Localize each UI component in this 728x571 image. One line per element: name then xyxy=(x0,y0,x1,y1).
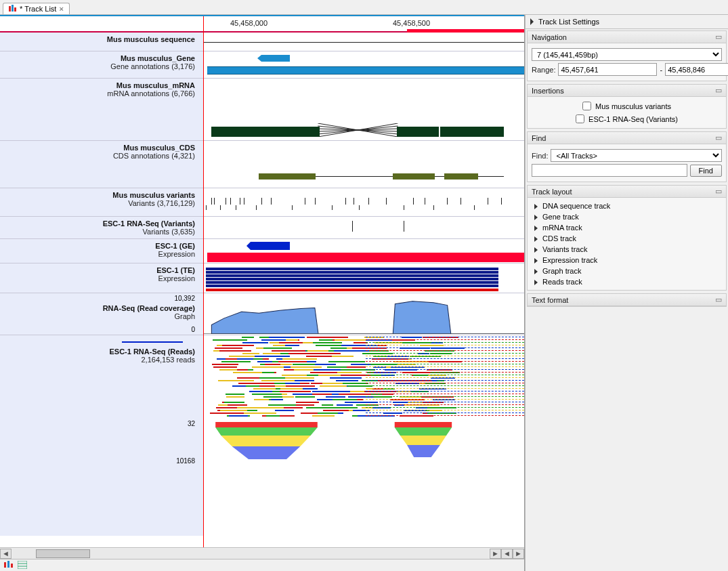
track-reads[interactable] xyxy=(203,335,524,536)
range-from-input[interactable] xyxy=(558,63,657,76)
track-label[interactable]: Mus musculus sequence xyxy=(0,33,203,51)
ruler-tick: 45,458,500 xyxy=(393,19,430,27)
svg-rect-12 xyxy=(11,564,13,568)
layout-item[interactable]: Gene track xyxy=(532,211,722,222)
find-input[interactable] xyxy=(532,164,687,177)
scroll-left-step-icon[interactable]: ◄ xyxy=(501,549,513,559)
track-variants[interactable] xyxy=(203,188,524,217)
track-label[interactable]: ESC-1 (TE) Expression xyxy=(0,263,203,293)
scroll-left-icon[interactable]: ◄ xyxy=(0,549,12,559)
gene-bar xyxy=(207,66,524,75)
panel-text-format: Text format ▭ xyxy=(527,293,727,307)
svg-rect-13 xyxy=(18,561,27,569)
horizontal-scrollbar[interactable]: ◄ ► ◄ ► xyxy=(0,547,524,559)
track-viewer: 45,458,000 45,458,500 Mus musculus seque… xyxy=(0,15,525,571)
panel-find: Find ▭ Find: <All Tracks> Find xyxy=(527,131,727,182)
panel-header[interactable]: Navigation ▭ xyxy=(528,31,726,43)
ruler-tick: 45,458,000 xyxy=(230,19,267,27)
collapse-icon[interactable]: ▭ xyxy=(715,133,722,142)
track-label[interactable]: ESC-1 RNA-Seq (Reads) 2,164,153 reads 32… xyxy=(0,335,203,536)
find-button[interactable]: Find xyxy=(690,165,722,177)
track-label[interactable]: ESC-1 (GE) Expression xyxy=(0,239,203,263)
panel-navigation: Navigation ▭ 7 (145,441,459bp) Range: - xyxy=(527,30,727,81)
scroll-right-step-icon[interactable]: ► xyxy=(513,549,524,559)
read-icon xyxy=(122,341,183,343)
track-sequence[interactable] xyxy=(203,33,524,51)
panel-header[interactable]: Track layout ▭ xyxy=(528,186,726,198)
expand-icon[interactable]: ▭ xyxy=(715,295,722,304)
tab-track-list[interactable]: * Track List × xyxy=(3,3,70,14)
close-icon[interactable]: × xyxy=(59,5,63,13)
track-label[interactable]: Mus musculus variants Variants (3,716,12… xyxy=(0,188,203,217)
layout-item[interactable]: mRNA track xyxy=(532,222,722,233)
svg-rect-10 xyxy=(4,562,6,568)
find-scope-select[interactable]: <All Tracks> xyxy=(551,149,722,162)
layout-item[interactable]: Graph track xyxy=(532,266,722,276)
tracklist-small-icon[interactable] xyxy=(4,561,14,570)
checkbox-mus-variants[interactable] xyxy=(582,102,591,110)
panel-header[interactable]: Text format ▭ xyxy=(528,294,726,306)
layout-item[interactable]: CDS track xyxy=(532,233,722,244)
expression-bar xyxy=(207,253,524,262)
layout-item[interactable]: Variants track xyxy=(532,244,722,255)
side-panel: Track List Settings Navigation ▭ 7 (145,… xyxy=(525,15,728,571)
track-te-expression[interactable] xyxy=(203,263,524,293)
ruler[interactable]: 45,458,000 45,458,500 xyxy=(0,16,524,33)
collapse-icon[interactable]: ▭ xyxy=(715,86,722,95)
svg-rect-1 xyxy=(12,5,14,12)
chevron-right-icon[interactable] xyxy=(530,18,534,25)
layout-item[interactable]: Expression track xyxy=(532,255,722,266)
table-icon[interactable] xyxy=(18,561,27,570)
track-mrna[interactable] xyxy=(203,79,524,141)
track-gene[interactable] xyxy=(203,51,524,79)
track-label[interactable]: ESC-1 RNA-Seq (Variants) Variants (3,635… xyxy=(0,217,203,239)
track-esc-variants[interactable] xyxy=(203,217,524,239)
layout-item[interactable]: DNA sequence track xyxy=(532,200,722,211)
tab-label: * Track List xyxy=(20,5,56,13)
collapse-icon[interactable]: ▭ xyxy=(715,187,722,196)
track-coverage[interactable] xyxy=(203,293,524,335)
expression-arrow-icon xyxy=(251,242,290,250)
layout-item[interactable]: Reads track xyxy=(532,276,722,287)
svg-rect-2 xyxy=(14,7,16,12)
gene-arrow-icon xyxy=(261,55,290,62)
track-ge-expression[interactable] xyxy=(203,239,524,263)
panel-track-layout: Track layout ▭ DNA sequence trackGene tr… xyxy=(527,185,727,291)
scroll-right-icon[interactable]: ► xyxy=(490,549,501,559)
svg-rect-11 xyxy=(7,561,9,568)
track-label[interactable]: 10,392 RNA-Seq (Read coverage) Graph 0 xyxy=(0,293,203,335)
collapse-icon[interactable]: ▭ xyxy=(715,33,722,41)
checkbox-esc-variants[interactable] xyxy=(576,114,584,123)
chromosome-select[interactable]: 7 (145,441,459bp) xyxy=(532,48,722,61)
range-to-input[interactable] xyxy=(665,63,728,76)
panel-header[interactable]: Insertions ▭ xyxy=(528,85,726,97)
scroll-thumb[interactable] xyxy=(36,549,90,558)
tracklist-icon xyxy=(9,5,17,13)
viewer-toolbar xyxy=(0,559,524,571)
side-header: Track List Settings xyxy=(526,15,728,29)
panel-header[interactable]: Find ▭ xyxy=(528,132,726,144)
position-line xyxy=(203,16,204,547)
track-label[interactable]: Mus musculus_CDS CDS annotations (4,321) xyxy=(0,141,203,188)
track-label[interactable]: Mus musculus_Gene Gene annotations (3,17… xyxy=(0,51,203,79)
panel-insertions: Insertions ▭ Mus musculus variants ESC-1… xyxy=(527,84,727,129)
track-label[interactable]: Mus musculus_mRNA mRNA annotations (6,76… xyxy=(0,79,203,141)
svg-rect-0 xyxy=(9,6,11,12)
track-cds[interactable] xyxy=(203,141,524,188)
tab-bar: * Track List × xyxy=(0,0,728,15)
